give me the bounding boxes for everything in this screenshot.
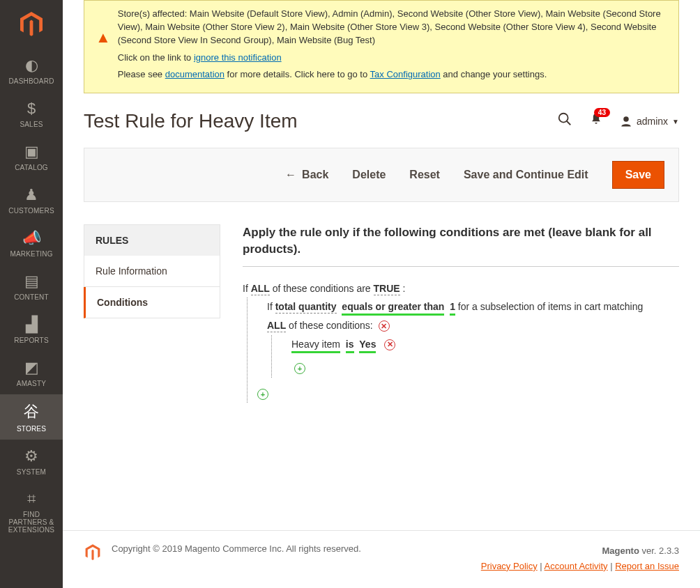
magento-logo-footer — [84, 543, 102, 564]
aggregator-value[interactable]: TRUE — [374, 283, 400, 295]
nav-label: SALES — [20, 121, 43, 128]
copyright-text: Copyright © 2019 Magento Commerce Inc. A… — [112, 543, 361, 554]
svg-point-0 — [559, 114, 568, 123]
nav-reports[interactable]: ▟REPORTS — [0, 308, 63, 351]
privacy-policy-link[interactable]: Privacy Policy — [481, 561, 538, 571]
megaphone-icon: 📣 — [22, 229, 41, 247]
nav-label: CUSTOMERS — [8, 207, 54, 215]
product-name: Magento — [602, 546, 639, 556]
nav-marketing[interactable]: 📣MARKETING — [0, 222, 63, 265]
remove-condition-icon[interactable]: ✕ — [384, 339, 395, 350]
gear-icon: ⚙ — [24, 447, 38, 465]
nav-label: CONTENT — [14, 293, 49, 301]
magento-logo[interactable] — [0, 0, 63, 49]
search-icon[interactable] — [557, 111, 572, 131]
nav-content[interactable]: ▤CONTENT — [0, 265, 63, 308]
warning-notification: ▲ Store(s) affected: Main Website (Defau… — [84, 0, 679, 93]
chevron-down-icon: ▼ — [672, 118, 679, 125]
nav-partners[interactable]: ⌗FIND PARTNERS & EXTENSIONS — [0, 483, 63, 541]
tax-configuration-link[interactable]: Tax Configuration — [370, 69, 441, 79]
nav-label: AMASTY — [17, 380, 46, 387]
svg-line-1 — [567, 121, 571, 125]
delete-button[interactable]: Delete — [352, 169, 386, 181]
bars-icon: ▟ — [26, 316, 38, 334]
nav-label: CATALOG — [15, 164, 48, 171]
aggregator-all[interactable]: ALL — [251, 283, 270, 295]
gauge-icon: ◐ — [25, 56, 38, 75]
subselect-attribute[interactable]: total quantity — [275, 301, 337, 314]
tab-rule-information[interactable]: Rule Information — [84, 256, 220, 287]
subselect-value: 1 — [450, 301, 455, 316]
documentation-link[interactable]: documentation — [165, 69, 225, 79]
notif-ignore-line: Click on the link to ignore this notific… — [118, 52, 667, 65]
save-continue-button[interactable]: Save and Continue Edit — [464, 169, 588, 181]
rules-tabs: RULES Rule Information Conditions — [84, 224, 220, 403]
back-button[interactable]: ← Back — [285, 169, 328, 181]
admin-sidebar: ◐DASHBOARD $SALES ▣CATALOG ♟CUSTOMERS 📣M… — [0, 0, 63, 588]
nav-label: DASHBOARD — [8, 77, 54, 85]
page-title: Test Rule for Heavy Item — [84, 110, 298, 132]
nav-dashboard[interactable]: ◐DASHBOARD — [0, 49, 63, 92]
nav-label: SYSTEM — [17, 468, 46, 476]
conditions-panel-title: Apply the rule only if the following con… — [243, 224, 679, 267]
person-icon: ♟ — [24, 186, 38, 204]
dollar-icon: $ — [27, 100, 36, 118]
notifications-icon[interactable]: 43 — [589, 112, 603, 130]
username: adminx — [637, 116, 668, 127]
nav-customers[interactable]: ♟CUSTOMERS — [0, 178, 63, 222]
subselect-operator: equals or greater than — [342, 301, 444, 316]
user-menu[interactable]: adminx ▼ — [620, 115, 679, 127]
notif-stores-text: Store(s) affected: Main Website (Default… — [118, 8, 667, 47]
nav-system[interactable]: ⚙SYSTEM — [0, 440, 63, 483]
warning-icon: ▲ — [96, 8, 111, 82]
store-icon: ⾕ — [24, 401, 39, 422]
ignore-notification-link[interactable]: ignore this notification — [194, 52, 282, 63]
attr-heavy-item[interactable]: Heavy item — [291, 339, 340, 353]
account-activity-link[interactable]: Account Activity — [545, 561, 608, 571]
nav-label: MARKETING — [10, 250, 52, 258]
notifications-badge: 43 — [594, 108, 610, 117]
nav-stores[interactable]: ⾕STORES — [0, 394, 63, 440]
nav-amasty[interactable]: ◩AMASTY — [0, 351, 63, 394]
report-issue-link[interactable]: Report an Issue — [615, 561, 679, 571]
tab-conditions[interactable]: Conditions — [84, 287, 220, 318]
remove-condition-icon[interactable]: ✕ — [379, 320, 390, 332]
val-yes[interactable]: Yes — [359, 339, 376, 350]
puzzle-icon: ⌗ — [27, 490, 36, 508]
action-toolbar: ← Back Delete Reset Save and Continue Ed… — [84, 148, 679, 202]
notif-docs-line: Please see documentation for more detail… — [118, 68, 667, 82]
nav-sales[interactable]: $SALES — [0, 92, 63, 135]
save-button[interactable]: Save — [612, 161, 664, 189]
nav-label: STORES — [17, 425, 46, 433]
tabs-heading: RULES — [84, 224, 220, 256]
condition-subselect: If total quantity equals or greater than… — [267, 297, 679, 316]
add-condition-icon[interactable]: + — [257, 389, 268, 400]
reset-button[interactable]: Reset — [409, 169, 440, 181]
nav-label: REPORTS — [14, 336, 49, 344]
page-footer: Copyright © 2019 Magento Commerce Inc. A… — [63, 530, 700, 588]
condition-root: If ALL of these conditions are TRUE : — [243, 279, 679, 298]
svg-point-2 — [623, 116, 629, 122]
box-icon: ▣ — [24, 143, 39, 161]
amasty-icon: ◩ — [24, 359, 39, 377]
arrow-left-icon: ← — [285, 169, 296, 181]
version-text: ver. 2.3.3 — [639, 546, 679, 556]
add-condition-icon[interactable]: + — [294, 363, 305, 374]
user-icon — [620, 115, 632, 127]
condition-heavy-item: Heavy item is Yes ✕ — [291, 335, 679, 354]
subselect-aggregator[interactable]: ALL — [267, 320, 286, 332]
op-is[interactable]: is — [346, 339, 354, 350]
layout-icon: ▤ — [24, 272, 39, 291]
nav-catalog[interactable]: ▣CATALOG — [0, 135, 63, 178]
nav-label: FIND PARTNERS & EXTENSIONS — [3, 511, 60, 534]
